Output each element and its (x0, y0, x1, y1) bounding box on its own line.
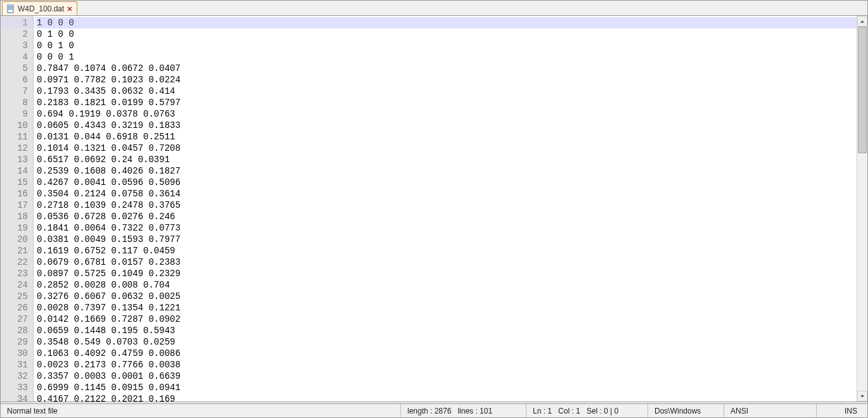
line-number: 16 (1, 188, 28, 200)
code-line[interactable]: 0.1841 0.0064 0.7322 0.0773 (37, 222, 857, 234)
code-line[interactable]: 0.0605 0.4343 0.3219 0.1833 (37, 120, 857, 131)
svg-rect-2 (8, 8, 13, 8)
code-line[interactable]: 0 0 0 1 (37, 51, 857, 63)
code-line[interactable]: 0.1063 0.4092 0.4759 0.0086 (37, 348, 857, 359)
code-line[interactable]: 0.2852 0.0028 0.008 0.704 (37, 279, 857, 291)
line-number: 32 (1, 370, 28, 382)
line-number: 19 (1, 222, 28, 234)
line-number: 26 (1, 302, 28, 314)
line-number: 33 (1, 382, 28, 393)
status-col: Col : 1 (558, 407, 580, 415)
line-number: 15 (1, 177, 28, 188)
scroll-up-arrow[interactable] (857, 16, 867, 27)
line-number: 30 (1, 348, 28, 359)
line-number-gutter: 1234567891011121314151617181920212223242… (1, 16, 34, 402)
line-number: 29 (1, 336, 28, 348)
tab-filename: W4D_100.dat (18, 4, 64, 13)
line-number: 14 (1, 165, 28, 177)
line-number: 7 (1, 86, 28, 97)
code-line[interactable]: 0.0131 0.044 0.6918 0.2511 (37, 131, 857, 142)
status-spacer (817, 404, 834, 417)
scroll-down-arrow[interactable] (857, 391, 867, 402)
line-number: 11 (1, 131, 28, 142)
status-sel: Sel : 0 | 0 (587, 407, 618, 415)
editor-area[interactable]: 1234567891011121314151617181920212223242… (1, 16, 867, 402)
status-encoding: ANSI (724, 404, 817, 417)
line-number: 3 (1, 40, 28, 51)
code-line[interactable]: 0.0023 0.2173 0.7766 0.0038 (37, 359, 857, 370)
tab-bar: W4D_100.dat (1, 1, 867, 16)
line-number: 18 (1, 211, 28, 222)
code-line[interactable]: 0.0679 0.6781 0.0157 0.2383 (37, 256, 857, 268)
line-number: 27 (1, 314, 28, 325)
app-window: W4D_100.dat 1234567891011121314151617181… (0, 0, 868, 418)
line-number: 17 (1, 200, 28, 211)
file-tab[interactable]: W4D_100.dat (2, 1, 77, 15)
svg-marker-7 (860, 395, 864, 398)
line-number: 4 (1, 51, 28, 63)
line-number: 22 (1, 256, 28, 268)
line-number: 13 (1, 154, 28, 165)
line-number: 25 (1, 291, 28, 302)
code-line[interactable]: 0.694 0.1919 0.0378 0.0763 (37, 108, 857, 120)
code-line[interactable]: 0.0142 0.1669 0.7287 0.0902 (37, 314, 857, 325)
code-line[interactable]: 0.1014 0.1321 0.0457 0.7208 (37, 142, 857, 154)
line-number: 24 (1, 279, 28, 291)
line-number: 12 (1, 142, 28, 154)
code-line[interactable]: 0.0381 0.0049 0.1593 0.7977 (37, 234, 857, 245)
code-line[interactable]: 0 0 1 0 (37, 40, 857, 51)
status-length: length : 2876 (407, 407, 451, 415)
line-number: 20 (1, 234, 28, 245)
code-line[interactable]: 0.3504 0.2124 0.0758 0.3614 (37, 188, 857, 200)
scrollbar-thumb[interactable] (858, 27, 867, 153)
line-number: 21 (1, 245, 28, 256)
code-line[interactable]: 0.0897 0.5725 0.1049 0.2329 (37, 268, 857, 279)
code-line[interactable]: 0.3548 0.549 0.0703 0.0259 (37, 336, 857, 348)
code-line[interactable]: 0.2539 0.1608 0.4026 0.1827 (37, 165, 857, 177)
svg-marker-6 (860, 20, 864, 23)
status-filetype: Normal text file (1, 404, 401, 417)
status-cursor-position: Ln : 1 Col : 1 Sel : 0 | 0 (527, 404, 648, 417)
line-number: 1 (1, 17, 28, 28)
vertical-scrollbar[interactable] (857, 16, 867, 402)
close-icon[interactable] (67, 6, 73, 12)
line-number: 8 (1, 97, 28, 108)
code-line[interactable]: 0.0971 0.7782 0.1023 0.0224 (37, 74, 857, 86)
code-line[interactable]: 0.6999 0.1145 0.0915 0.0941 (37, 382, 857, 393)
file-icon (6, 4, 15, 13)
code-line[interactable]: 0.0028 0.7397 0.1354 0.1221 (37, 302, 857, 314)
code-line[interactable]: 0.3357 0.0003 0.0001 0.6639 (37, 370, 857, 382)
code-line[interactable]: 0.2718 0.1039 0.2478 0.3765 (37, 200, 857, 211)
code-line[interactable]: 0.4167 0.2122 0.2021 0.169 (37, 393, 857, 402)
line-number: 2 (1, 28, 28, 40)
scrollbar-track[interactable] (857, 27, 867, 391)
code-line[interactable]: 1 0 0 0 (37, 17, 857, 28)
line-number: 34 (1, 393, 28, 402)
line-number: 23 (1, 268, 28, 279)
code-line[interactable]: 0 1 0 0 (37, 28, 857, 40)
svg-rect-3 (8, 9, 13, 10)
code-line[interactable]: 0.3276 0.6067 0.0632 0.0025 (37, 291, 857, 302)
code-line[interactable]: 0.0659 0.1448 0.195 0.5943 (37, 325, 857, 336)
line-number: 9 (1, 108, 28, 120)
status-lines: lines : 101 (457, 407, 492, 415)
line-number: 10 (1, 120, 28, 131)
status-ln: Ln : 1 (533, 407, 552, 415)
line-number: 6 (1, 74, 28, 86)
line-number: 5 (1, 63, 28, 74)
svg-rect-1 (8, 6, 13, 7)
code-line[interactable]: 0.6517 0.0692 0.24 0.0391 (37, 154, 857, 165)
code-line[interactable]: 0.2183 0.1821 0.0199 0.5797 (37, 97, 857, 108)
status-bar: Normal text file length : 2876 lines : 1… (1, 403, 867, 417)
code-line[interactable]: 0.1619 0.6752 0.117 0.0459 (37, 245, 857, 256)
line-number: 28 (1, 325, 28, 336)
status-eol: Dos\Windows (648, 404, 724, 417)
line-number: 31 (1, 359, 28, 370)
status-length-lines: length : 2876 lines : 101 (401, 404, 527, 417)
code-line[interactable]: 0.7847 0.1074 0.0672 0.0407 (37, 63, 857, 74)
code-line[interactable]: 0.4267 0.0041 0.0596 0.5096 (37, 177, 857, 188)
code-line[interactable]: 0.1793 0.3435 0.0632 0.414 (37, 86, 857, 97)
code-line[interactable]: 0.0536 0.6728 0.0276 0.246 (37, 211, 857, 222)
status-insert-mode: INS (834, 404, 867, 417)
code-content[interactable]: 1 0 0 00 1 0 00 0 1 00 0 0 10.7847 0.107… (34, 16, 857, 402)
